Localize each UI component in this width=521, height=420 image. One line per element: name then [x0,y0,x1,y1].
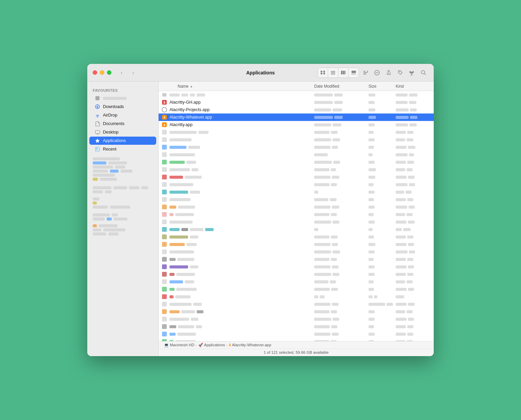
name-column-header[interactable]: Name ▲ [159,84,311,89]
size-column-header[interactable]: Size [366,84,393,89]
titlebar: ‹ › Applications [87,64,434,82]
status-text-bar: 1 of 121 selected, 59.66 GB available [159,349,434,356]
file-row-b12[interactable] [159,173,434,181]
dropbox-button[interactable] [407,68,417,77]
kind-column-header[interactable]: Kind [393,84,434,89]
file-row-b6[interactable] [159,128,434,136]
recent-blur-4 [93,170,153,173]
file-row-b10[interactable] [159,158,434,166]
file-icon [161,92,167,98]
sidebar-item-applications[interactable]: Applications [89,137,156,145]
date-column-header[interactable]: Date Modified [311,84,366,89]
breadcrumb-sep-2: › [227,343,228,347]
file-row-b15[interactable] [159,196,434,203]
file-row-alacritty[interactable]: A Alacritty.app [159,121,434,128]
breadcrumb-bar: 💻 Macintosh HD › 🚀 Applications › A Alac… [159,342,434,349]
tag-button[interactable] [395,68,405,77]
file-row-blurred-0[interactable] [159,91,434,99]
file-row-b24[interactable] [159,263,434,270]
file-row-b25[interactable] [159,270,434,278]
file-row-alacritty-whatever[interactable]: A Alacritty-Whatever.app [159,113,434,121]
gallery-view-button[interactable] [348,68,359,77]
applications-icon [95,138,100,143]
file-row-b31[interactable] [159,315,434,323]
breadcrumb-file-label: Alacritty-Whatever.app [232,343,271,347]
svg-rect-29 [96,150,99,150]
svg-rect-30 [162,93,166,97]
sidebar-item-desktop[interactable]: Desktop [89,128,156,136]
breadcrumb-app-file[interactable]: A Alacritty-Whatever.app [229,343,271,347]
icon-view-button[interactable] [318,68,328,77]
file-row-b19[interactable] [159,226,434,233]
alacritty-gh-name: Alacritty-GH.app [169,100,311,105]
traffic-lights [93,70,111,75]
file-row-b8[interactable] [159,143,434,151]
file-row-b7[interactable] [159,136,434,143]
file-row-b32[interactable] [159,323,434,330]
window-title: Applications [246,70,275,75]
minimize-button[interactable] [100,70,104,75]
recent-blur-10 [93,202,153,205]
file-row-b14[interactable] [159,188,434,196]
file-row-b18[interactable] [159,218,434,226]
svg-rect-3 [323,73,325,74]
sidebar-item-airdrop[interactable]: AirDrop [89,111,156,119]
maximize-button[interactable] [107,70,111,75]
file-row-alacritty-gh[interactable]: A Alacritty-GH.app [159,99,434,106]
file-row-b26[interactable] [159,278,434,285]
file-row-b17[interactable] [159,211,434,218]
downloads-icon [95,104,100,109]
recent-blur-12 [93,213,153,216]
forward-button[interactable]: › [128,69,138,76]
breadcrumb-macintosh-hd[interactable]: 💻 Macintosh HD [164,343,194,347]
svg-rect-28 [96,148,97,149]
sidebar-item-documents[interactable]: Documents [89,120,156,128]
file-row-b34[interactable] [159,338,434,341]
sidebar-item-downloads[interactable]: Downloads [89,103,156,111]
file-row-b21[interactable] [159,241,434,248]
search-button[interactable] [418,68,428,77]
file-row-b22[interactable] [159,248,434,256]
file-row-b9[interactable] [159,151,434,158]
svg-rect-12 [353,74,355,74]
file-content: Name ▲ Date Modified Size Kind [159,82,434,356]
breadcrumb-applications[interactable]: 🚀 Applications [198,343,225,347]
group-button[interactable] [360,68,371,77]
recent-blur-1 [93,157,153,160]
airdrop-icon [95,112,100,118]
back-button[interactable]: ‹ [117,69,126,76]
file-row-alacritty-projects[interactable]: Alacritty-Projects.app [159,106,434,113]
share-button[interactable] [383,68,394,77]
svg-text:A: A [163,116,165,119]
file-row-b29[interactable] [159,300,434,308]
recent-blur-16 [93,232,153,235]
svg-rect-26 [95,130,100,134]
svg-rect-0 [321,71,322,72]
apps-crumb-icon: 🚀 [198,343,203,347]
svg-rect-9 [344,71,345,74]
file-row-b28[interactable] [159,293,434,300]
file-row-b16[interactable] [159,203,434,211]
svg-rect-2 [321,73,322,74]
file-row-b27[interactable] [159,285,434,293]
toolbar-tools [318,68,428,78]
file-row-b23[interactable] [159,256,434,263]
column-view-button[interactable] [338,68,348,77]
file-row-b33[interactable] [159,330,434,338]
action-button[interactable] [372,68,382,77]
list-view-button[interactable] [328,68,338,77]
svg-point-19 [377,72,377,73]
file-list: A Alacritty-GH.app [159,91,434,341]
file-row-b20[interactable] [159,233,434,241]
svg-rect-4 [331,71,335,72]
svg-text:A: A [163,123,165,127]
svg-rect-27 [95,147,100,151]
file-row-b30[interactable] [159,308,434,315]
sidebar-item-unknown1[interactable] [89,94,156,102]
sidebar-item-recent[interactable]: Recent [89,145,156,153]
file-row-b13[interactable] [159,181,434,188]
recent-blur-7 [93,186,153,189]
alacritty-name: Alacritty.app [169,122,311,127]
close-button[interactable] [93,70,97,75]
file-row-b11[interactable] [159,166,434,173]
